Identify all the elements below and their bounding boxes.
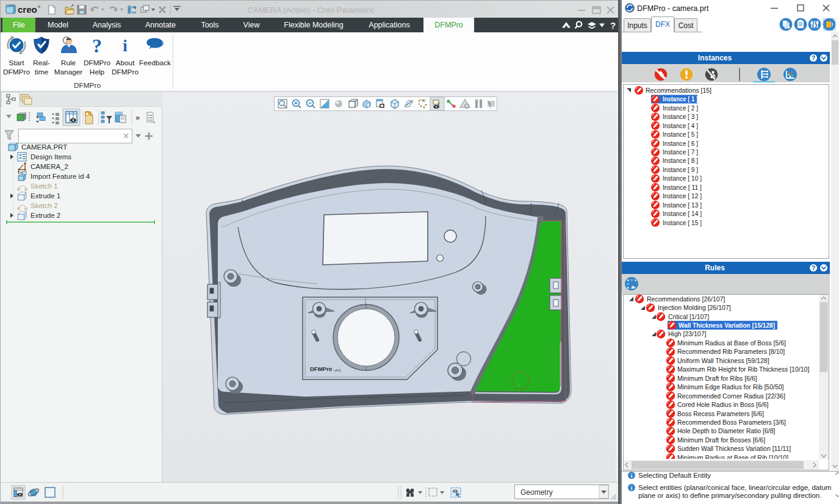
svg-text:i: i (123, 37, 128, 55)
svg-text:f: f (18, 170, 20, 175)
svg-text:?: ? (812, 54, 815, 62)
svg-text:Design Items: Design Items (31, 153, 71, 160)
svg-text:Instance [ 2 ]: Instance [ 2 ] (663, 104, 698, 112)
svg-text:Instance [ 15 ]: Instance [ 15 ] (663, 219, 702, 226)
svg-text:Sketch 2: Sketch 2 (31, 202, 58, 209)
svg-text:Extrude 1: Extrude 1 (31, 192, 60, 200)
svg-text:Instance [ 10 ]: Instance [ 10 ] (663, 175, 702, 182)
svg-text:Instance [ 14 ]: Instance [ 14 ] (663, 210, 702, 217)
svg-text:Import Feature id 4: Import Feature id 4 (31, 173, 90, 180)
svg-text:Instance [ 1 ]: Instance [ 1 ] (663, 95, 698, 103)
svg-text:Instance [ 4 ]: Instance [ 4 ] (663, 122, 698, 129)
svg-text:CAMERA_2: CAMERA_2 (31, 163, 68, 170)
svg-text:Geometry: Geometry (520, 488, 553, 497)
svg-text:DFMPro: DFMPro (310, 365, 333, 372)
svg-text:?: ? (812, 264, 815, 272)
svg-text:v4.0: v4.0 (334, 369, 340, 372)
svg-text:plane or axis) to define prima: plane or axis) to define primary/seconda… (638, 492, 821, 499)
svg-text:Instance [ 9 ]: Instance [ 9 ] (663, 166, 698, 173)
svg-text:CAMERA.PRT: CAMERA.PRT (21, 143, 67, 151)
svg-text:Instance [ 12 ]: Instance [ 12 ] (663, 192, 702, 200)
svg-text:Instance [ 3 ]: Instance [ 3 ] (663, 113, 698, 120)
svg-text:creo: creo (18, 4, 37, 15)
svg-text:Instance [ 8 ]: Instance [ 8 ] (663, 157, 698, 164)
svg-text:Instance [ 13 ]: Instance [ 13 ] (663, 201, 702, 209)
svg-text:DFMPro - camera.prt: DFMPro - camera.prt (637, 4, 709, 13)
svg-text:?: ? (610, 20, 616, 31)
svg-text:Select entities (planar/conica: Select entities (planar/conical face, li… (638, 484, 831, 491)
svg-text:x/: x/ (422, 98, 426, 103)
svg-text:Extrude 2: Extrude 2 (31, 212, 60, 219)
svg-text:Instance [ 5 ]: Instance [ 5 ] (663, 131, 698, 138)
svg-text:?: ? (92, 35, 102, 57)
svg-text:Instance [ 7 ]: Instance [ 7 ] (663, 148, 698, 156)
svg-text:»: » (135, 113, 140, 122)
svg-text:Selecting Default Entity: Selecting Default Entity (638, 472, 711, 479)
svg-text:CAMERA (Active) - Creo Paramet: CAMERA (Active) - Creo Parametric (248, 5, 375, 15)
svg-text:i: i (631, 473, 633, 479)
svg-text:Instance [ 6 ]: Instance [ 6 ] (663, 140, 698, 147)
svg-text:Sketch 1: Sketch 1 (31, 182, 58, 190)
svg-text:i: i (631, 485, 633, 491)
svg-text:Instance [ 11 ]: Instance [ 11 ] (663, 184, 702, 191)
